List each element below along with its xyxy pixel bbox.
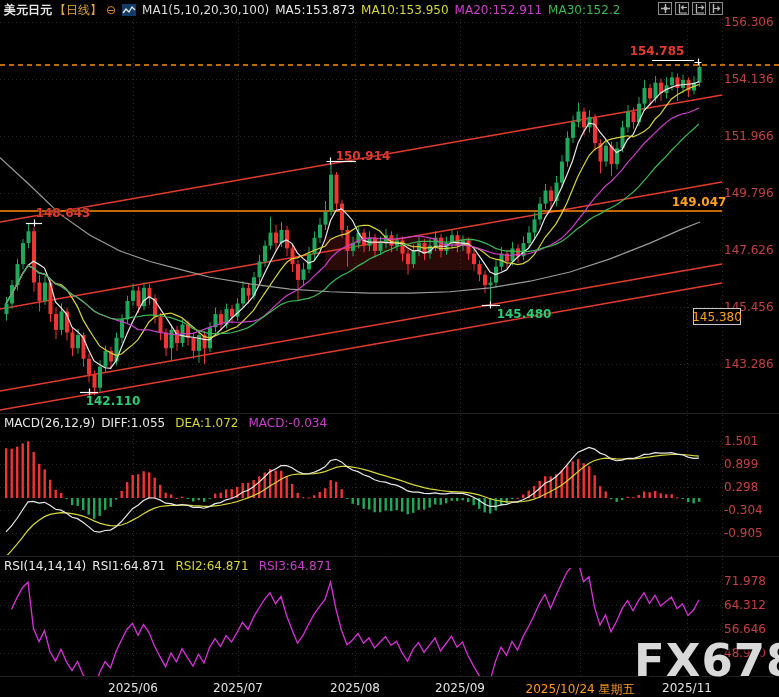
mini-chart-icon <box>122 4 136 16</box>
rsi-title[interactable]: RSI(14,14,14) <box>4 559 86 573</box>
macd-header: MACD(26,12,9) DIFF:1.055 DEA:1.072 MACD:… <box>4 416 327 430</box>
macd-axis-label: -0.905 <box>724 526 763 540</box>
macd-dea-value: DEA:1.072 <box>175 416 238 430</box>
ma5-value: MA5:153.873 <box>275 3 355 17</box>
scale-left-icon[interactable] <box>675 2 689 15</box>
price-axis-label: 143.286 <box>724 357 774 371</box>
price-annotation: 149.047 <box>672 195 727 209</box>
rsi-axis-label: 64.312 <box>724 598 766 612</box>
macd-title[interactable]: MACD(26,12,9) <box>4 416 95 430</box>
price-tag-value: 145.380 <box>692 310 742 324</box>
x-axis-label: 2025/08 <box>330 681 380 695</box>
price-annotation: 154.785 <box>630 44 685 58</box>
price-axis-label: 151.966 <box>724 129 774 143</box>
pan-crosshair-icon[interactable] <box>658 2 672 15</box>
macd-axis-label: 0.298 <box>724 480 758 494</box>
price-annotation: 145.480 <box>497 307 552 321</box>
macd-diff-value: DIFF:1.055 <box>101 416 165 430</box>
price-tag: 145.380 <box>693 308 741 325</box>
rsi2-value: RSI2:64.871 <box>175 559 248 573</box>
ma10-value: MA10:153.950 <box>361 3 449 17</box>
price-annotation: 148.643 <box>36 206 91 220</box>
x-axis-label: 2025/07 <box>213 681 263 695</box>
macd-hist-value: MACD:-0.034 <box>248 416 327 430</box>
chart-header: 美元日元【日线】⊖ MA1(5,10,20,30,100) MA5:153.87… <box>4 2 620 18</box>
rsi-axis-label: 71.978 <box>724 574 766 588</box>
timeframe-label: 【日线】 <box>54 2 102 19</box>
price-axis-label: 154.136 <box>724 72 774 86</box>
rsi1-value: RSI1:64.871 <box>92 559 165 573</box>
macd-axis-label: -0.304 <box>724 503 763 517</box>
shift-right-icon[interactable] <box>709 2 723 15</box>
scale-right-icon[interactable] <box>692 2 706 15</box>
chart-toolbar <box>658 2 723 15</box>
price-annotation: 150.914 <box>336 149 391 163</box>
price-axis-label: 147.626 <box>724 243 774 257</box>
watermark: FX678 <box>634 634 779 687</box>
price-annotation: 142.110 <box>86 394 141 408</box>
price-axis-label: 149.796 <box>724 186 774 200</box>
x-axis-label: 2025/09 <box>435 681 485 695</box>
price-axis-label: 156.306 <box>724 15 774 29</box>
chart-app: 美元日元【日线】⊖ MA1(5,10,20,30,100) MA5:153.87… <box>0 0 779 697</box>
price-chart-canvas[interactable] <box>0 0 779 697</box>
macd-axis-label: 1.501 <box>724 434 758 448</box>
ma20-value: MA20:152.911 <box>455 3 543 17</box>
rsi-header: RSI(14,14,14) RSI1:64.871 RSI2:64.871 RS… <box>4 559 332 573</box>
ma-settings-label[interactable]: MA1(5,10,20,30,100) <box>142 3 269 17</box>
x-axis-label: 2025/06 <box>108 681 158 695</box>
collapse-icon[interactable]: ⊖ <box>106 3 116 17</box>
symbol-title: 美元日元 <box>4 2 52 19</box>
ma30-value: MA30:152.2 <box>548 3 620 17</box>
macd-axis-label: 0.899 <box>724 457 758 471</box>
x-axis-label: 2025/10/24 星期五 <box>526 681 635 697</box>
rsi3-value: RSI3:64.871 <box>259 559 332 573</box>
